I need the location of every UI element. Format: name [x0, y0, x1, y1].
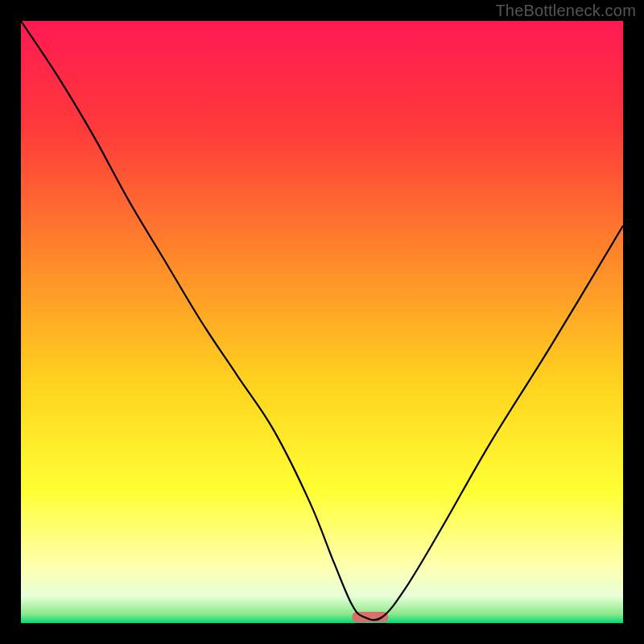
chart-frame: TheBottleneck.com	[0, 0, 644, 644]
bottleneck-chart	[21, 21, 623, 623]
plot-area	[21, 21, 623, 623]
watermark-text: TheBottleneck.com	[495, 2, 636, 20]
